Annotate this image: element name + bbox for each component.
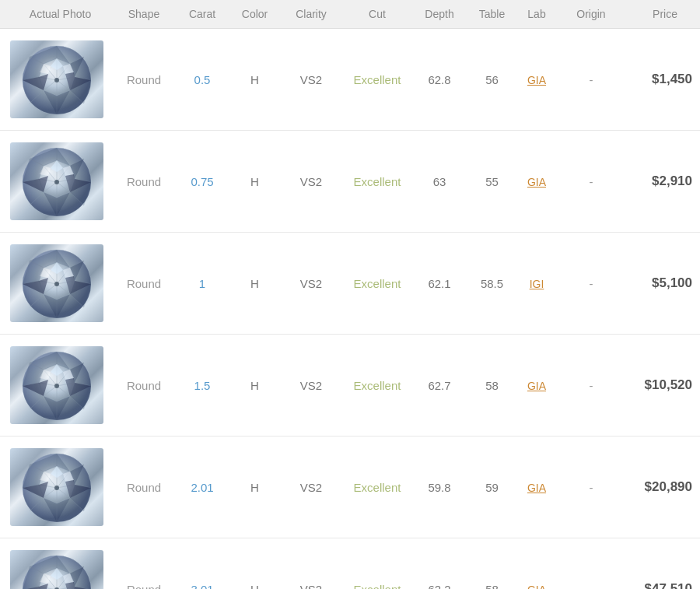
svg-point-119 xyxy=(54,384,59,388)
cell-lab[interactable]: IGI xyxy=(517,277,556,290)
cell-lab[interactable]: GIA xyxy=(517,73,556,86)
cell-cut: Excellent xyxy=(342,583,412,590)
cell-color: H xyxy=(229,379,280,392)
cell-color: H xyxy=(229,175,280,188)
cell-price: $2,910 xyxy=(626,174,700,189)
cell-cut: Excellent xyxy=(342,379,412,392)
cell-depth: 62.2 xyxy=(412,583,467,590)
diamond-photo[interactable] xyxy=(0,342,113,428)
cell-lab[interactable]: GIA xyxy=(517,481,556,494)
diamond-photo[interactable] xyxy=(0,546,113,589)
cell-lab[interactable]: GIA xyxy=(517,175,556,188)
cell-depth: 62.1 xyxy=(412,277,467,290)
diamond-table: Actual Photo Shape Carat Color Clarity C… xyxy=(0,0,700,589)
table-row: Round 0.75 H VS2 Excellent 63 55 GIA - $… xyxy=(0,131,700,233)
col-header-cut: Cut xyxy=(342,8,412,20)
cell-origin: - xyxy=(556,481,626,494)
cell-carat: 1 xyxy=(175,277,229,290)
cell-shape: Round xyxy=(113,277,175,290)
diamond-photo[interactable] xyxy=(0,444,113,530)
diamond-photo[interactable] xyxy=(0,138,113,224)
table-body: Round 0.5 H VS2 Excellent 62.8 56 GIA - … xyxy=(0,29,700,589)
cell-origin: - xyxy=(556,73,626,86)
cell-origin: - xyxy=(556,277,626,290)
cell-table: 58 xyxy=(467,583,517,590)
cell-depth: 59.8 xyxy=(412,481,467,494)
table-row: Round 3.01 H VS2 Excellent 62.2 58 GIA -… xyxy=(0,538,700,589)
cell-shape: Round xyxy=(113,175,175,188)
col-header-depth: Depth xyxy=(412,8,467,20)
cell-table: 55 xyxy=(467,175,517,188)
cell-carat: 2.01 xyxy=(175,481,229,494)
cell-clarity: VS2 xyxy=(280,481,342,494)
col-header-price: Price xyxy=(626,8,700,20)
cell-lab[interactable]: GIA xyxy=(517,379,556,392)
cell-color: H xyxy=(229,583,280,590)
cell-price: $5,100 xyxy=(626,275,700,291)
col-header-shape: Shape xyxy=(113,8,175,20)
diamond-photo[interactable] xyxy=(0,240,113,326)
table-row: Round 1 H VS2 Excellent 62.1 58.5 IGI - … xyxy=(0,233,700,335)
cell-depth: 62.7 xyxy=(412,379,467,392)
cell-carat: 0.75 xyxy=(175,175,229,188)
cell-cut: Excellent xyxy=(342,481,412,494)
cell-carat: 0.5 xyxy=(175,73,229,86)
cell-price: $10,520 xyxy=(626,377,700,393)
cell-price: $1,450 xyxy=(626,72,700,87)
col-header-table: Table xyxy=(467,8,517,20)
cell-price: $20,890 xyxy=(626,479,700,495)
cell-color: H xyxy=(229,73,280,86)
cell-depth: 62.8 xyxy=(412,73,467,86)
cell-table: 58.5 xyxy=(467,277,517,290)
cell-lab[interactable]: GIA xyxy=(517,583,556,590)
cell-clarity: VS2 xyxy=(280,277,342,290)
cell-table: 58 xyxy=(467,379,517,392)
table-row: Round 1.5 H VS2 Excellent 62.7 58 GIA - … xyxy=(0,335,700,436)
cell-cut: Excellent xyxy=(342,73,412,86)
cell-cut: Excellent xyxy=(342,175,412,188)
table-row: Round 0.5 H VS2 Excellent 62.8 56 GIA - … xyxy=(0,29,700,131)
cell-clarity: VS2 xyxy=(280,73,342,86)
cell-color: H xyxy=(229,277,280,290)
cell-color: H xyxy=(229,481,280,494)
cell-table: 56 xyxy=(467,73,517,86)
col-header-photo: Actual Photo xyxy=(0,8,113,20)
col-header-clarity: Clarity xyxy=(280,8,342,20)
cell-carat: 3.01 xyxy=(175,583,229,590)
diamond-photo[interactable] xyxy=(0,37,113,122)
cell-clarity: VS2 xyxy=(280,379,342,392)
cell-table: 59 xyxy=(467,481,517,494)
col-header-carat: Carat xyxy=(175,8,229,20)
cell-shape: Round xyxy=(113,583,175,590)
col-header-lab: Lab xyxy=(517,8,556,20)
cell-shape: Round xyxy=(113,481,175,494)
svg-point-59 xyxy=(54,180,59,184)
col-header-color: Color xyxy=(229,8,280,20)
svg-point-29 xyxy=(54,78,59,82)
svg-point-89 xyxy=(54,282,59,286)
cell-origin: - xyxy=(556,583,626,590)
cell-shape: Round xyxy=(113,73,175,86)
cell-clarity: VS2 xyxy=(280,583,342,590)
table-row: Round 2.01 H VS2 Excellent 59.8 59 GIA -… xyxy=(0,436,700,538)
cell-price: $47,510 xyxy=(626,581,700,589)
cell-depth: 63 xyxy=(412,175,467,188)
table-header: Actual Photo Shape Carat Color Clarity C… xyxy=(0,0,700,29)
cell-cut: Excellent xyxy=(342,277,412,290)
cell-origin: - xyxy=(556,175,626,188)
cell-shape: Round xyxy=(113,379,175,392)
cell-origin: - xyxy=(556,379,626,392)
cell-carat: 1.5 xyxy=(175,379,229,392)
svg-point-149 xyxy=(54,486,59,490)
col-header-origin: Origin xyxy=(556,8,626,20)
cell-clarity: VS2 xyxy=(280,175,342,188)
